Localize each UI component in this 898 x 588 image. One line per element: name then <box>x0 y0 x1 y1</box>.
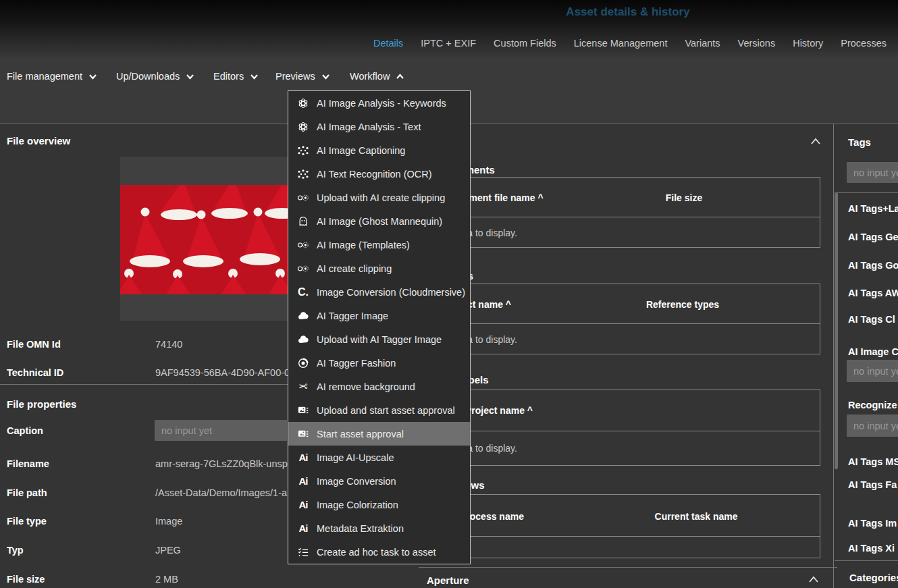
menu-previews[interactable]: Previews <box>275 71 330 82</box>
menu-item-image-conversion[interactable]: Ai Image Conversion <box>288 469 470 493</box>
ghost-icon <box>296 215 311 228</box>
menu-item-ai-create-clipping[interactable]: AI create clipping <box>288 257 470 280</box>
menu-item-ai-image-templates[interactable]: AI Image (Templates) <box>288 233 470 257</box>
tags-panel-title: Tags <box>848 136 871 148</box>
tab-variants[interactable]: Variants <box>676 38 729 49</box>
tag-group-ai-tags-xi[interactable]: AI Tags Xi <box>848 543 895 554</box>
tag-group-ai-tags-im[interactable]: AI Tags Im <box>848 518 897 529</box>
projects-table: Project name ^ Reference types No data t… <box>425 284 820 354</box>
menu-editors[interactable]: Editors <box>213 71 259 82</box>
menu-item-ai-text-recognition-ocr[interactable]: AI Text Recognition (OCR) <box>288 162 470 186</box>
technical-id-value: 9AF94539-56BA-4D90-AF00-0 <box>155 367 290 378</box>
categories-section-title: Categories <box>849 572 898 583</box>
tag-group-ai-tags-ms[interactable]: AI Tags MS <box>848 456 898 467</box>
attachments-table: Attachment file name ^ File size No data… <box>425 177 820 248</box>
field-label: File path <box>7 487 47 498</box>
recognize-input[interactable] <box>847 415 898 437</box>
file-type-value: Image <box>155 516 182 527</box>
collapse-panel-icon[interactable] <box>810 138 821 145</box>
menu-item-image-ai-upscale[interactable]: Ai Image AI-Upscale <box>288 446 470 469</box>
file-size-value: 2 MB <box>155 574 178 585</box>
eye-circle-icon <box>296 357 311 369</box>
tag-group-ai-image-c[interactable]: AI Image C <box>848 346 898 357</box>
column-header-project-name[interactable]: Project name ^ <box>465 405 533 416</box>
tags-search-input[interactable] <box>847 162 898 183</box>
workflows-table: Process name Current task name <box>425 494 820 558</box>
checklist-icon <box>296 546 311 558</box>
menu-item-upload-with-ai-create-clipping[interactable]: Upload with AI create clipping <box>288 186 470 209</box>
window-titlebar: Asset details & history <box>0 0 898 24</box>
scissors-icon: ✂ <box>296 381 311 392</box>
typ-value: JPEG <box>155 545 181 556</box>
workflow-dropdown-menu: AI Image Analysis - Keywords AI Image An… <box>288 90 471 564</box>
menu-item-ai-image-analysis-text[interactable]: AI Image Analysis - Text <box>288 115 470 138</box>
tab-license-management[interactable]: License Management <box>565 38 677 49</box>
tab-details[interactable]: Details <box>365 38 412 49</box>
file-path-value: /Asset-Data/Demo/Images/1-a <box>155 487 287 498</box>
field-label: File size <box>7 574 45 585</box>
asset-thumbnail[interactable] <box>120 185 296 294</box>
menu-item-ai-image-captioning[interactable]: AI Image Captioning <box>288 138 470 162</box>
menu-item-start-asset-approval[interactable]: Start asset approval <box>288 422 470 446</box>
menu-item-ai-tagger-image[interactable]: AI Tagger Image <box>288 304 470 327</box>
tab-iptc-exif[interactable]: IPTC + EXIF <box>412 38 485 49</box>
image-approval-icon <box>296 404 311 417</box>
chevron-up-icon <box>396 74 404 80</box>
column-header-file-size[interactable]: File size <box>643 192 724 203</box>
file-omn-id-value: 74140 <box>155 339 182 350</box>
cloudmersive-icon: C. <box>296 287 311 298</box>
clipping-icon <box>296 192 311 204</box>
menu-file-management[interactable]: File management <box>7 71 97 82</box>
menu-item-ai-remove-background[interactable]: ✂ AI remove background <box>288 375 470 398</box>
file-overview-title: File overview <box>7 135 70 146</box>
scrollbar-thumb[interactable] <box>835 192 838 469</box>
tags-divider <box>835 192 898 193</box>
dots-network-icon <box>296 168 311 180</box>
aperture-divider <box>419 567 837 568</box>
column-header-reference-types[interactable]: Reference types <box>635 299 730 310</box>
openai-icon <box>296 97 311 109</box>
caption-label: Caption <box>7 425 43 436</box>
menu-item-ai-image-ghost-mannequin[interactable]: AI Image (Ghost Mannequin) <box>288 209 470 233</box>
chevron-down-icon <box>88 74 97 80</box>
cloud-icon <box>296 333 311 346</box>
tab-processes[interactable]: Processes <box>832 38 895 49</box>
ai-logo-icon: Ai <box>296 500 311 510</box>
menu-item-ai-image-analysis-keywords[interactable]: AI Image Analysis - Keywords <box>288 91 470 115</box>
chevron-down-icon <box>186 74 194 80</box>
tag-group-ai-tags-la[interactable]: AI Tags+La <box>848 203 898 214</box>
menu-workflow[interactable]: Workflow <box>350 71 404 82</box>
menu-item-create-ad-hoc-task[interactable]: Create ad hoc task to asset <box>288 540 470 564</box>
ai-image-input[interactable] <box>847 360 898 382</box>
tab-custom-fields[interactable]: Custom Fields <box>485 38 565 49</box>
tag-group-ai-tags-ge[interactable]: AI Tags Ge <box>848 232 898 242</box>
tag-group-ai-tags-aw[interactable]: AI Tags AW <box>848 288 898 298</box>
clipping-icon <box>296 239 311 251</box>
field-label: File OMN Id <box>7 339 61 350</box>
menu-item-metadata-extraktion[interactable]: Ai Metadata Extraktion <box>288 516 470 540</box>
image-approval-icon <box>296 428 311 440</box>
caption-input[interactable] <box>155 420 287 441</box>
menu-up-downloads[interactable]: Up/Downloads <box>116 71 194 82</box>
tag-group-ai-tags-go[interactable]: AI Tags Go <box>848 260 898 271</box>
column-header-current-task-name[interactable]: Current task name <box>649 511 743 522</box>
ai-logo-icon: Ai <box>296 523 311 533</box>
field-label: Filename <box>7 458 49 469</box>
tab-bar: Details IPTC + EXIF Custom Fields Licens… <box>0 24 898 62</box>
tab-history[interactable]: History <box>784 38 832 49</box>
tag-group-ai-tags-cl[interactable]: AI Tags Cl <box>848 314 895 325</box>
menu-item-ai-tagger-fashion[interactable]: AI Tagger Fashion <box>288 351 470 375</box>
page-title: Asset details & history <box>425 5 830 19</box>
field-label: File type <box>7 516 47 527</box>
clipping-icon <box>296 263 311 275</box>
menu-item-upload-with-ai-tagger-image[interactable]: Upload with AI Tagger Image <box>288 327 470 351</box>
tab-versions[interactable]: Versions <box>729 38 785 49</box>
file-properties-title: File properties <box>7 398 76 410</box>
menu-item-image-colorization[interactable]: Ai Image Colorization <box>288 493 470 516</box>
menu-item-upload-and-start-asset-approval[interactable]: Upload and start asset approval <box>288 398 470 422</box>
menu-item-image-conversion-cloudmersive[interactable]: C. Image Conversion (Cloudmersive) <box>288 280 470 304</box>
collapse-aperture-icon[interactable] <box>808 576 819 583</box>
tag-group-recognize[interactable]: Recognize <box>848 400 897 410</box>
ai-logo-icon: Ai <box>296 476 311 486</box>
tag-group-ai-tags-fa[interactable]: AI Tags Fa <box>848 479 897 490</box>
